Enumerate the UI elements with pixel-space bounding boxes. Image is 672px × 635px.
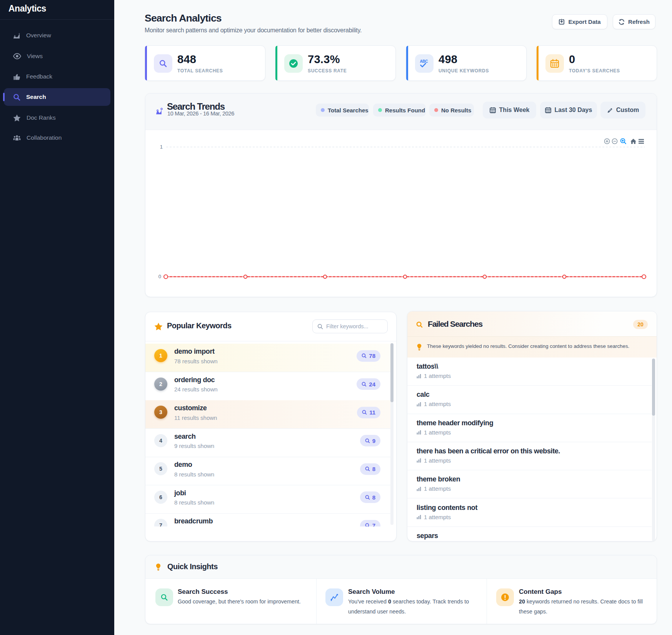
svg-text:0: 0 <box>158 274 161 279</box>
svg-text:1: 1 <box>160 144 163 150</box>
svg-text:ABC: ABC <box>420 59 428 64</box>
